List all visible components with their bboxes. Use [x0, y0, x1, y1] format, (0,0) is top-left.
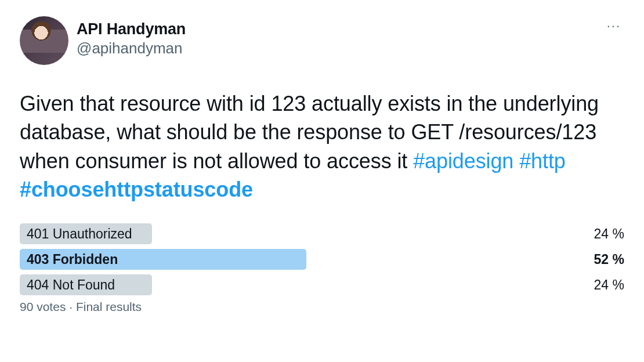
poll-option-label: 401 Unauthorized [27, 226, 132, 242]
poll-bar-wrap: 403 Forbidden [20, 249, 571, 270]
more-icon[interactable]: ··· [602, 17, 625, 35]
poll: 401 Unauthorized24 %403 Forbidden52 %404… [20, 223, 624, 295]
poll-option-row[interactable]: 403 Forbidden52 % [20, 249, 624, 270]
user-handle[interactable]: @apihandyman [77, 39, 186, 57]
poll-option-label: 403 Forbidden [27, 252, 118, 267]
tweet-body: Given that resource with id 123 actually… [20, 89, 624, 204]
poll-option-pct: 52 % [581, 252, 624, 267]
poll-footer: 90 votes · Final results [20, 300, 624, 314]
poll-option-pct: 24 % [581, 226, 624, 242]
tweet-card: API Handyman @apihandyman ··· Given that… [0, 0, 644, 325]
poll-option-row[interactable]: 404 Not Found24 % [20, 274, 624, 295]
space [513, 149, 519, 173]
display-name[interactable]: API Handyman [77, 20, 186, 38]
poll-bar-wrap: 401 Unauthorized [20, 223, 571, 244]
poll-option-row[interactable]: 401 Unauthorized24 % [20, 223, 624, 244]
hashtag-http[interactable]: #http [519, 149, 566, 173]
hashtag-choosehttpstatuscode[interactable]: #choosehttpstatuscode [20, 178, 253, 201]
tweet-header: API Handyman @apihandyman [20, 16, 624, 65]
poll-option-pct: 24 % [581, 277, 624, 293]
hashtag-apidesign[interactable]: #apidesign [413, 149, 513, 173]
avatar[interactable] [20, 16, 68, 65]
author-block: API Handyman @apihandyman [77, 20, 186, 58]
poll-bar-wrap: 404 Not Found [20, 274, 571, 295]
poll-option-label: 404 Not Found [27, 277, 115, 293]
